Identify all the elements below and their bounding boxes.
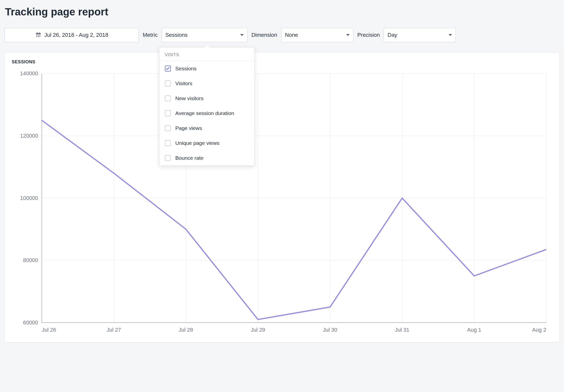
page-title: Tracking page report (5, 6, 560, 18)
svg-rect-7 (39, 35, 40, 36)
metric-option-label: New visitors (175, 95, 203, 101)
metric-dropdown-panel: VISITS SessionsVisitorsNew visitorsAvera… (159, 47, 255, 166)
metric-option[interactable]: Unique page views (159, 136, 254, 151)
svg-rect-4 (39, 32, 40, 34)
metric-select[interactable]: Sessions (162, 28, 247, 42)
metric-option-label: Sessions (175, 66, 196, 72)
checkbox-icon (165, 80, 171, 86)
checkbox-icon (165, 155, 171, 161)
precision-label: Precision (357, 32, 380, 38)
svg-text:Aug 2: Aug 2 (532, 327, 546, 333)
checkbox-icon (165, 125, 171, 131)
metric-option-label: Bounce rate (175, 155, 203, 161)
metric-option[interactable]: Average session duration (159, 106, 254, 121)
metric-option[interactable]: Visitors (159, 76, 254, 91)
svg-text:Aug 1: Aug 1 (467, 327, 481, 333)
dimension-select[interactable]: None (281, 28, 353, 42)
date-range-text: Jul 26, 2018 - Aug 2, 2018 (45, 32, 108, 38)
precision-value: Day (387, 32, 397, 38)
metric-option[interactable]: New visitors (159, 91, 254, 106)
metric-option[interactable]: Page views (159, 121, 254, 136)
svg-text:Jul 26: Jul 26 (42, 327, 56, 333)
chart-card: SESSIONS 6000080000100000120000140000Jul… (4, 52, 560, 342)
svg-rect-9 (38, 36, 39, 37)
chevron-down-icon (346, 34, 350, 36)
date-range-button[interactable]: Jul 26, 2018 - Aug 2, 2018 (4, 28, 139, 42)
checkbox-icon (165, 110, 171, 116)
svg-text:Jul 31: Jul 31 (395, 327, 409, 333)
metric-option[interactable]: Bounce rate (159, 151, 254, 165)
svg-text:100000: 100000 (20, 195, 38, 201)
precision-select[interactable]: Day (384, 28, 456, 42)
metric-option-label: Page views (175, 125, 202, 131)
metric-dropdown-list: SessionsVisitorsNew visitorsAverage sess… (159, 61, 254, 165)
metric-option[interactable]: Sessions (159, 61, 254, 76)
svg-rect-5 (36, 35, 37, 36)
svg-text:Jul 28: Jul 28 (179, 327, 193, 333)
svg-text:80000: 80000 (23, 257, 38, 263)
svg-rect-3 (37, 32, 37, 34)
svg-text:60000: 60000 (23, 319, 38, 326)
chart-title: SESSIONS (12, 59, 552, 65)
svg-text:Jul 27: Jul 27 (107, 327, 121, 333)
svg-rect-10 (39, 36, 40, 37)
svg-rect-8 (36, 36, 37, 37)
controls-bar: Jul 26, 2018 - Aug 2, 2018 Metric Sessio… (4, 28, 560, 42)
page-root: Tracking page report Jul 26, 201 (0, 0, 564, 349)
chevron-down-icon (449, 34, 452, 36)
metric-value: Sessions (165, 32, 188, 38)
checkbox-icon (165, 66, 171, 72)
dimension-label: Dimension (251, 32, 277, 38)
svg-text:Jul 29: Jul 29 (251, 327, 265, 333)
chart-wrap: 6000080000100000120000140000Jul 26Jul 27… (12, 68, 552, 338)
chevron-down-icon (240, 34, 244, 36)
dimension-value: None (285, 32, 298, 38)
checkbox-icon (165, 95, 171, 101)
metric-option-label: Unique page views (175, 140, 219, 146)
sessions-line-chart: 6000080000100000120000140000Jul 26Jul 27… (12, 68, 552, 338)
svg-rect-6 (38, 35, 39, 36)
metric-dropdown-header: VISITS (159, 47, 254, 61)
checkbox-icon (165, 140, 171, 146)
calendar-icon (35, 32, 42, 38)
svg-text:140000: 140000 (20, 70, 38, 77)
svg-text:120000: 120000 (20, 133, 38, 139)
metric-option-label: Visitors (175, 80, 192, 86)
svg-text:Jul 30: Jul 30 (323, 327, 337, 333)
metric-option-label: Average session duration (175, 110, 234, 116)
metric-label: Metric (143, 32, 158, 38)
